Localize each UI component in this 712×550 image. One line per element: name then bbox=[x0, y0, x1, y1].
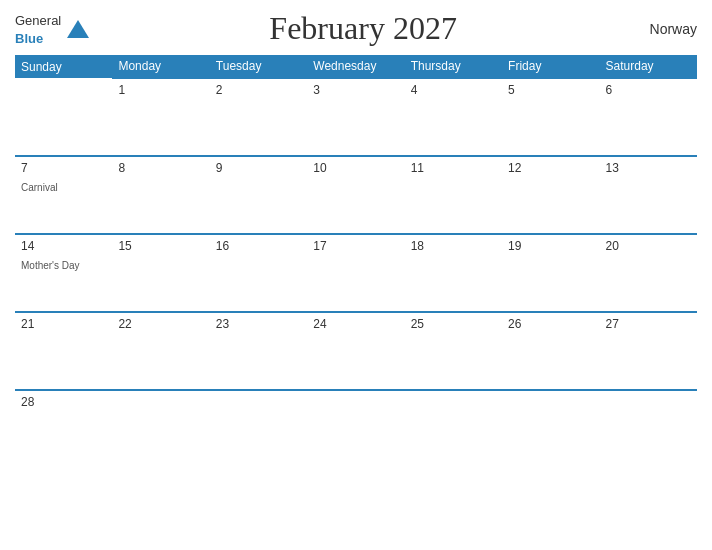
header-thursday: Thursday bbox=[405, 55, 502, 78]
day-number: 6 bbox=[606, 83, 691, 97]
logo: General Blue bbox=[15, 11, 89, 46]
day-number: 13 bbox=[606, 161, 691, 175]
week-row-4: 21222324252627 bbox=[15, 312, 697, 390]
day-number: 15 bbox=[118, 239, 203, 253]
day-cell-w1-d6: 5 bbox=[502, 78, 599, 156]
day-cell-w1-d2: 1 bbox=[112, 78, 209, 156]
day-cell-w3-d5: 18 bbox=[405, 234, 502, 312]
day-event: Carnival bbox=[21, 182, 58, 193]
day-cell-w1-d3: 2 bbox=[210, 78, 307, 156]
day-cell-w1-d7: 6 bbox=[600, 78, 697, 156]
day-number: 4 bbox=[411, 83, 496, 97]
day-cell-w1-d4: 3 bbox=[307, 78, 404, 156]
day-cell-w3-d4: 17 bbox=[307, 234, 404, 312]
header-tuesday: Tuesday bbox=[210, 55, 307, 78]
day-number: 24 bbox=[313, 317, 398, 331]
header-saturday: Saturday bbox=[600, 55, 697, 78]
day-number: 1 bbox=[118, 83, 203, 97]
day-cell-w4-d3: 23 bbox=[210, 312, 307, 390]
logo-text: General Blue bbox=[15, 11, 61, 46]
day-cell-w4-d1: 21 bbox=[15, 312, 112, 390]
day-number: 21 bbox=[21, 317, 106, 331]
day-number: 12 bbox=[508, 161, 593, 175]
day-number: 27 bbox=[606, 317, 691, 331]
day-number: 17 bbox=[313, 239, 398, 253]
day-event: Mother's Day bbox=[21, 260, 80, 271]
day-cell-w4-d5: 25 bbox=[405, 312, 502, 390]
day-cell-w3-d1: 14Mother's Day bbox=[15, 234, 112, 312]
day-number: 20 bbox=[606, 239, 691, 253]
logo-triangle-icon bbox=[67, 20, 89, 38]
day-number: 9 bbox=[216, 161, 301, 175]
day-cell-w2-d3: 9 bbox=[210, 156, 307, 234]
calendar-table: Sunday Monday Tuesday Wednesday Thursday… bbox=[15, 55, 697, 458]
day-cell-w5-d7 bbox=[600, 390, 697, 458]
day-number: 26 bbox=[508, 317, 593, 331]
day-cell-w3-d6: 19 bbox=[502, 234, 599, 312]
day-number: 11 bbox=[411, 161, 496, 175]
day-number: 22 bbox=[118, 317, 203, 331]
day-cell-w2-d7: 13 bbox=[600, 156, 697, 234]
day-number: 14 bbox=[21, 239, 106, 253]
day-number: 2 bbox=[216, 83, 301, 97]
day-cell-w2-d5: 11 bbox=[405, 156, 502, 234]
day-cell-w3-d2: 15 bbox=[112, 234, 209, 312]
day-cell-w5-d1: 28 bbox=[15, 390, 112, 458]
week-row-1: 123456 bbox=[15, 78, 697, 156]
day-number: 10 bbox=[313, 161, 398, 175]
day-cell-w3-d3: 16 bbox=[210, 234, 307, 312]
day-number: 5 bbox=[508, 83, 593, 97]
day-number: 8 bbox=[118, 161, 203, 175]
logo-blue: Blue bbox=[15, 31, 43, 46]
day-cell-w3-d7: 20 bbox=[600, 234, 697, 312]
country-label: Norway bbox=[637, 21, 697, 37]
day-cell-w2-d4: 10 bbox=[307, 156, 404, 234]
day-number: 28 bbox=[21, 395, 106, 409]
day-cell-w4-d2: 22 bbox=[112, 312, 209, 390]
logo-general: General bbox=[15, 13, 61, 28]
calendar-container: General Blue February 2027 Norway Sunday… bbox=[0, 0, 712, 550]
day-number: 19 bbox=[508, 239, 593, 253]
week-row-3: 14Mother's Day151617181920 bbox=[15, 234, 697, 312]
month-title: February 2027 bbox=[89, 10, 637, 47]
day-cell-w5-d6 bbox=[502, 390, 599, 458]
day-cell-w5-d4 bbox=[307, 390, 404, 458]
day-number: 3 bbox=[313, 83, 398, 97]
day-cell-w2-d2: 8 bbox=[112, 156, 209, 234]
day-cell-w5-d5 bbox=[405, 390, 502, 458]
day-cell-w4-d7: 27 bbox=[600, 312, 697, 390]
day-cell-w4-d4: 24 bbox=[307, 312, 404, 390]
week-row-2: 7Carnival8910111213 bbox=[15, 156, 697, 234]
day-cell-w5-d2 bbox=[112, 390, 209, 458]
day-cell-w2-d6: 12 bbox=[502, 156, 599, 234]
day-cell-w5-d3 bbox=[210, 390, 307, 458]
day-cell-w1-d5: 4 bbox=[405, 78, 502, 156]
day-number: 16 bbox=[216, 239, 301, 253]
day-number: 23 bbox=[216, 317, 301, 331]
week-row-5: 28 bbox=[15, 390, 697, 458]
calendar-header: General Blue February 2027 Norway bbox=[15, 10, 697, 47]
header-sunday: Sunday bbox=[15, 55, 112, 78]
header-wednesday: Wednesday bbox=[307, 55, 404, 78]
day-cell-w4-d6: 26 bbox=[502, 312, 599, 390]
day-cell-w2-d1: 7Carnival bbox=[15, 156, 112, 234]
header-friday: Friday bbox=[502, 55, 599, 78]
day-number: 18 bbox=[411, 239, 496, 253]
header-monday: Monday bbox=[112, 55, 209, 78]
day-number: 25 bbox=[411, 317, 496, 331]
days-header-row: Sunday Monday Tuesday Wednesday Thursday… bbox=[15, 55, 697, 78]
day-number: 7 bbox=[21, 161, 106, 175]
day-cell-w1-d1 bbox=[15, 78, 112, 156]
